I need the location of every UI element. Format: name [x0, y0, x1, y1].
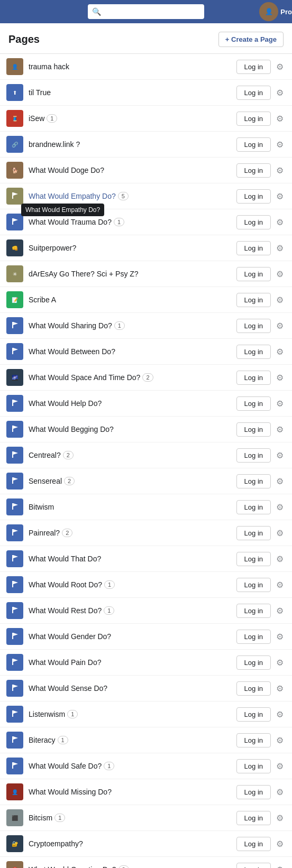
login-button[interactable]: Log in: [236, 163, 271, 178]
login-button[interactable]: Log in: [236, 630, 271, 644]
page-avatar: [6, 473, 23, 490]
gear-button[interactable]: ⚙: [274, 449, 286, 461]
login-button[interactable]: Log in: [236, 552, 271, 566]
search-input[interactable]: [104, 8, 200, 16]
gear-button[interactable]: ⚙: [274, 682, 286, 695]
page-actions: Log in⚙: [236, 759, 286, 773]
gear-button[interactable]: ⚙: [274, 87, 286, 99]
login-button[interactable]: Log in: [236, 811, 271, 825]
page-actions: Log in⚙: [236, 811, 286, 825]
login-button[interactable]: Log in: [236, 474, 271, 488]
avatar[interactable]: 👤: [259, 2, 278, 21]
login-button[interactable]: Log in: [236, 371, 271, 385]
page-avatar-icon: 🧵: [12, 116, 18, 122]
login-button[interactable]: Log in: [236, 86, 271, 100]
gear-button[interactable]: ⚙: [274, 423, 286, 436]
login-button[interactable]: Log in: [236, 60, 271, 74]
login-button[interactable]: Log in: [236, 500, 271, 514]
page-name-area: What Would Root Do?1: [29, 580, 236, 589]
login-button[interactable]: Log in: [236, 837, 271, 851]
gear-button[interactable]: ⚙: [274, 372, 286, 384]
gear-button[interactable]: ⚙: [274, 734, 286, 746]
gear-button[interactable]: ⚙: [274, 657, 286, 669]
page-avatar: ⬛: [6, 809, 23, 826]
gear-button[interactable]: ⚙: [274, 216, 286, 228]
page-avatar-icon: [11, 761, 19, 771]
page-name-area: Biteracy1: [29, 736, 236, 744]
gear-button[interactable]: ⚙: [274, 190, 286, 202]
page-name-area: What Would Empathy Do?5: [29, 192, 236, 200]
login-button[interactable]: Log in: [236, 215, 271, 229]
page-name-area: Painreal?2: [29, 529, 236, 537]
page-name[interactable]: What Would Empathy Do?: [29, 192, 116, 200]
gear-button[interactable]: ⚙: [274, 631, 286, 643]
gear-button[interactable]: ⚙: [274, 527, 286, 539]
gear-button[interactable]: ⚙: [274, 294, 286, 306]
gear-button[interactable]: ⚙: [274, 864, 286, 869]
login-button[interactable]: Log in: [236, 526, 271, 540]
gear-button[interactable]: ⚙: [274, 242, 286, 254]
login-button[interactable]: Log in: [236, 267, 271, 281]
login-button[interactable]: Log in: [236, 604, 271, 618]
gear-button[interactable]: ⚙: [274, 61, 286, 73]
svg-marker-31: [13, 685, 18, 688]
gear-button[interactable]: ⚙: [274, 708, 286, 721]
login-button[interactable]: Log in: [236, 863, 271, 869]
login-button[interactable]: Log in: [236, 396, 271, 411]
login-button[interactable]: Log in: [236, 448, 271, 463]
login-button[interactable]: Log in: [236, 422, 271, 437]
page-actions: Log in⚙: [236, 396, 286, 411]
login-button[interactable]: Log in: [236, 112, 271, 126]
search-bar[interactable]: 🔍: [88, 4, 204, 19]
list-item: 🔐Cryptoempathy?Log in⚙: [0, 831, 292, 857]
gear-button[interactable]: ⚙: [274, 553, 286, 565]
page-name: Centreal?: [29, 451, 61, 459]
page-name-area: What Would Between Do?: [29, 347, 236, 356]
login-button[interactable]: Log in: [236, 733, 271, 747]
gear-button[interactable]: ⚙: [274, 812, 286, 824]
page-name: Suitperpower?: [29, 244, 76, 252]
gear-button[interactable]: ⚙: [274, 605, 286, 617]
page-badge: 1: [58, 736, 68, 744]
list-item: 👤What Would Missing Do?Log in⚙: [0, 779, 292, 805]
login-button[interactable]: Log in: [236, 681, 271, 696]
login-button[interactable]: Log in: [236, 241, 271, 255]
create-page-button[interactable]: + Create a Page: [218, 32, 284, 47]
page-avatar: 👤: [6, 783, 23, 800]
login-button[interactable]: Log in: [236, 319, 271, 333]
page-avatar: [6, 343, 23, 360]
page-actions: Log in⚙: [236, 630, 286, 644]
gear-button[interactable]: ⚙: [274, 346, 286, 358]
list-item: 👤trauma hackLog in⚙: [0, 54, 292, 80]
page-avatar-icon: 🌌: [12, 375, 18, 381]
page-avatar-icon: [11, 347, 19, 356]
gear-button[interactable]: ⚙: [274, 138, 286, 151]
login-button[interactable]: Log in: [236, 785, 271, 799]
gear-button[interactable]: ⚙: [274, 113, 286, 125]
page-avatar-icon: [11, 709, 19, 719]
page-name-area: Bitcism1: [29, 814, 236, 822]
gear-button[interactable]: ⚙: [274, 268, 286, 280]
page-badge: 1: [104, 762, 114, 770]
page-avatar-icon: [11, 476, 19, 486]
page-avatar-icon: [11, 735, 19, 745]
gear-button[interactable]: ⚙: [274, 320, 286, 332]
login-button[interactable]: Log in: [236, 345, 271, 359]
login-button[interactable]: Log in: [236, 137, 271, 152]
login-button[interactable]: Log in: [236, 189, 271, 204]
gear-button[interactable]: ⚙: [274, 786, 286, 798]
gear-button[interactable]: ⚙: [274, 838, 286, 850]
login-button[interactable]: Log in: [236, 293, 271, 307]
gear-button[interactable]: ⚙: [274, 760, 286, 772]
login-button[interactable]: Log in: [236, 578, 271, 592]
gear-button[interactable]: ⚙: [274, 164, 286, 177]
login-button[interactable]: Log in: [236, 655, 271, 670]
login-button[interactable]: Log in: [236, 759, 271, 773]
login-button[interactable]: Log in: [236, 707, 271, 722]
gear-button[interactable]: ⚙: [274, 579, 286, 591]
page-name-area: Cryptoempathy?: [29, 839, 236, 848]
gear-button[interactable]: ⚙: [274, 398, 286, 410]
gear-button[interactable]: ⚙: [274, 501, 286, 513]
gear-button[interactable]: ⚙: [274, 475, 286, 487]
top-bar: 🔍 👤 Pro: [0, 0, 292, 23]
